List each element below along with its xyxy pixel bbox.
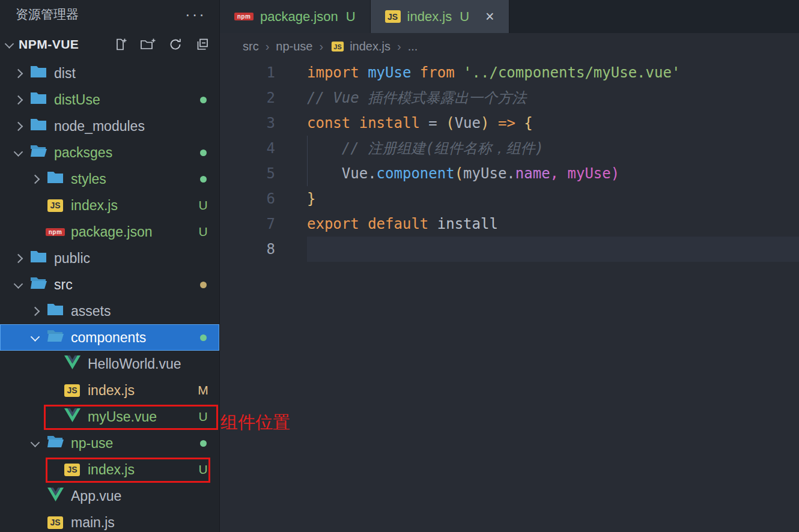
- line-number: 7: [220, 211, 275, 237]
- tree-item-label: distUse: [54, 92, 187, 108]
- more-actions-icon[interactable]: ···: [185, 11, 206, 17]
- tree-item-components[interactable]: components: [0, 324, 219, 351]
- tree-item-node-modules[interactable]: node_modules: [0, 113, 219, 139]
- code-line-2[interactable]: 2// Vue 插件模式暴露出一个方法: [220, 85, 799, 110]
- line-number: 5: [220, 161, 275, 186]
- line-number: 6: [220, 186, 275, 211]
- file-icon-cell: [44, 488, 66, 505]
- tree-item-packsges[interactable]: packsges: [0, 139, 219, 166]
- chevron-right-icon[interactable]: [8, 255, 28, 262]
- code-line-text[interactable]: [307, 237, 799, 262]
- section-header-npm-vue[interactable]: NPM-VUE: [0, 29, 219, 60]
- file-icon-cell: [28, 65, 49, 82]
- tree-item-public[interactable]: public: [0, 245, 219, 271]
- collapse-all-icon[interactable]: [195, 37, 210, 52]
- code-token: component: [377, 165, 455, 182]
- code-line-6[interactable]: 6}: [220, 186, 799, 211]
- code-token: const: [307, 115, 350, 131]
- code-line-text[interactable]: }: [307, 186, 799, 211]
- breadcrumb: src›np-use›JSindex.js›...: [220, 33, 799, 60]
- breadcrumb-item-src[interactable]: src: [243, 40, 259, 53]
- chevron-down-icon[interactable]: [25, 440, 44, 447]
- chevron-right-icon[interactable]: [25, 308, 44, 315]
- folder-open-icon: [30, 276, 47, 293]
- code-token: (: [446, 115, 454, 131]
- tree-item-label: dist: [54, 65, 187, 82]
- folder-icon: [30, 250, 47, 267]
- git-status-badge: M: [187, 383, 219, 397]
- tree-item-styles[interactable]: styles: [0, 166, 219, 192]
- file-icon-cell: npm: [44, 228, 66, 236]
- breadcrumb-item-index.js[interactable]: JSindex.js: [330, 40, 390, 53]
- chevron-down-icon[interactable]: [8, 150, 28, 156]
- breadcrumb-item-np-use[interactable]: np-use: [276, 40, 312, 53]
- code-token: myUse: [368, 64, 411, 81]
- tree-item-distUse[interactable]: distUse: [0, 86, 219, 113]
- code-line-8[interactable]: 8: [220, 237, 799, 262]
- breadcrumb-item-...[interactable]: ...: [408, 40, 418, 53]
- chevron-right-icon[interactable]: [8, 97, 28, 103]
- file-icon-cell: [44, 435, 66, 452]
- chevron-right-icon[interactable]: [8, 123, 28, 130]
- refresh-icon[interactable]: [168, 37, 183, 52]
- code-editor[interactable]: 1import myUse from '../components/myUse.…: [220, 60, 799, 262]
- tree-item-App.vue[interactable]: App.vue: [0, 483, 219, 509]
- file-icon-cell: [28, 250, 49, 267]
- code-token: import: [307, 64, 359, 81]
- git-modified-dot: [187, 150, 219, 156]
- breadcrumb-separator-icon: ›: [266, 40, 270, 53]
- code-line-text[interactable]: export default install: [307, 211, 799, 237]
- breadcrumb-label: src: [243, 40, 259, 53]
- tree-item-index.js[interactable]: JSindex.jsM: [0, 377, 219, 404]
- code-token: [455, 64, 463, 81]
- tab-label: package.json: [260, 9, 338, 25]
- code-token: [350, 115, 359, 131]
- code-line-7[interactable]: 7export default install: [220, 211, 799, 237]
- explorer-title: 资源管理器: [16, 6, 185, 23]
- tree-item-assets[interactable]: assets: [0, 298, 219, 324]
- folder-icon: [47, 303, 64, 319]
- code-token: install: [359, 115, 420, 131]
- js-icon: JS: [47, 516, 63, 529]
- code-token: {: [524, 115, 532, 131]
- chevron-right-icon[interactable]: [25, 176, 44, 183]
- git-status-badge: U: [187, 198, 219, 213]
- vue-icon: [64, 355, 81, 373]
- tree-item-index.js[interactable]: JSindex.jsU: [0, 192, 219, 219]
- code-token: from: [420, 64, 455, 81]
- new-file-icon[interactable]: [113, 37, 127, 52]
- code-line-text[interactable]: Vue.component(myUse.name, myUse): [307, 161, 799, 186]
- editor-area: npmpackage.jsonUJSindex.jsU× src›np-use›…: [219, 0, 799, 532]
- new-folder-icon[interactable]: [140, 37, 156, 52]
- tab-package.json[interactable]: npmpackage.jsonU: [220, 0, 371, 33]
- folder-icon: [30, 91, 47, 108]
- close-icon[interactable]: ×: [485, 9, 494, 24]
- code-line-text[interactable]: const install = (Vue) => {: [307, 110, 799, 136]
- code-token: Vue: [455, 115, 481, 131]
- chevron-right-icon[interactable]: [8, 70, 28, 77]
- tree-item-dist[interactable]: dist: [0, 60, 219, 86]
- code-line-5[interactable]: 5 Vue.component(myUse.name, myUse): [220, 161, 799, 186]
- code-line-text[interactable]: // 注册组建(组件名称，组件): [307, 136, 799, 161]
- tab-index.js[interactable]: JSindex.jsU×: [371, 0, 509, 33]
- tree-item-main.js[interactable]: JSmain.js: [0, 509, 219, 532]
- code-line-3[interactable]: 3const install = (Vue) => {: [220, 110, 799, 136]
- tree-item-np-use[interactable]: np-use: [0, 430, 219, 456]
- code-line-4[interactable]: 4 // 注册组建(组件名称，组件): [220, 136, 799, 161]
- tree-item-package.json[interactable]: npmpackage.jsonU: [0, 219, 219, 245]
- indent-guide: [307, 136, 308, 161]
- chevron-down-icon[interactable]: [8, 282, 28, 288]
- file-icon-cell: [28, 144, 49, 161]
- tree-item-label: src: [54, 277, 187, 293]
- code-line-text[interactable]: // Vue 插件模式暴露出一个方法: [307, 85, 799, 110]
- file-icon-cell: [44, 171, 66, 187]
- tree-item-HelloWorld.vue[interactable]: HelloWorld.vue: [0, 351, 219, 377]
- chevron-down-icon[interactable]: [25, 334, 44, 341]
- code-line-text[interactable]: import myUse from '../components/myUse.v…: [307, 60, 799, 85]
- js-icon: JS: [385, 10, 401, 23]
- vue-icon: [47, 488, 64, 505]
- tree-item-label: index.js: [71, 198, 187, 214]
- tree-item-src[interactable]: src: [0, 271, 219, 298]
- tree-item-label: components: [71, 330, 187, 346]
- code-line-1[interactable]: 1import myUse from '../components/myUse.…: [220, 60, 799, 85]
